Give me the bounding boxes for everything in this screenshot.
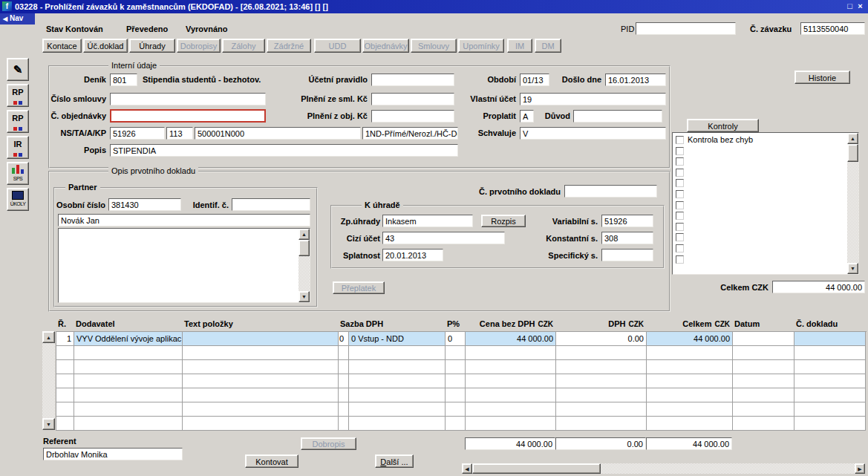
ns-field-1[interactable]: 51926 <box>110 127 165 140</box>
scroll-right-icon[interactable]: ▶ <box>855 463 865 474</box>
table-cell-empty[interactable] <box>74 360 183 374</box>
tab-dobropisy[interactable]: Dobropisy <box>177 39 221 53</box>
table-cell-empty[interactable] <box>794 417 866 431</box>
plneni-sml-field[interactable] <box>371 93 454 105</box>
table-cell-empty[interactable] <box>733 402 794 417</box>
table-cell-empty[interactable] <box>647 374 733 388</box>
preplatek-button[interactable]: Přeplatek <box>333 281 385 294</box>
table-cell-empty[interactable] <box>446 360 466 374</box>
table-cell-empty[interactable] <box>733 417 794 431</box>
cizi-ucet-field[interactable]: 43 <box>382 232 505 244</box>
table-cell-empty[interactable] <box>794 360 866 374</box>
table-row-empty[interactable] <box>56 346 867 360</box>
cell-sazba-a[interactable]: 0 <box>339 332 349 346</box>
cell-datum[interactable] <box>733 332 794 346</box>
table-cell-empty[interactable] <box>733 388 794 402</box>
cell-p[interactable]: 0 <box>446 332 466 346</box>
doslo-dne-field[interactable]: 16.01.2013 <box>605 74 666 86</box>
table-cell-empty[interactable] <box>794 346 866 360</box>
tab-zadrzne[interactable]: Zádržné <box>267 39 311 53</box>
tab-udd[interactable]: UDD <box>314 39 361 53</box>
table-cell-empty[interactable] <box>349 360 446 374</box>
referent-field[interactable]: Drbohlav Monika <box>43 448 183 460</box>
table-cell-empty[interactable] <box>556 374 647 388</box>
table-cell-empty[interactable] <box>647 388 733 402</box>
table-row-empty[interactable] <box>56 402 867 417</box>
table-cell-empty[interactable] <box>74 346 183 360</box>
sidebar-ukoly-button[interactable]: ÚKOLY <box>7 188 29 211</box>
vlastni-ucet-field[interactable]: 19 <box>520 93 666 105</box>
table-cell-empty[interactable] <box>794 388 866 402</box>
table-cell-empty[interactable] <box>74 388 183 402</box>
table-cell-empty[interactable] <box>466 360 556 374</box>
nav-strip[interactable]: ◀ Nav <box>0 13 35 25</box>
table-cell-empty[interactable] <box>349 402 446 417</box>
horizontal-scrollbar[interactable]: ◀ ▶ <box>462 463 865 474</box>
table-row-empty[interactable] <box>56 388 867 402</box>
cell-celkem[interactable]: 44 000.00 <box>647 332 733 346</box>
cislo-smlouvy-field[interactable] <box>110 93 266 105</box>
table-cell-empty[interactable] <box>647 417 733 431</box>
celkem-field[interactable]: 44 000.00 <box>772 281 865 293</box>
table-cell-empty[interactable] <box>466 374 556 388</box>
table-cell-empty[interactable] <box>466 388 556 402</box>
close-window-button[interactable]: × <box>855 2 865 11</box>
table-row-empty[interactable] <box>56 417 867 431</box>
sidebar-rp2-button[interactable]: RP <box>7 110 29 133</box>
cell-r[interactable]: 1 <box>56 332 74 346</box>
kontroly-checkbox[interactable] <box>676 201 684 209</box>
table-cell-empty[interactable] <box>446 346 466 360</box>
kontroly-scrollbar[interactable]: ▲ ▼ <box>847 133 858 274</box>
kontroly-checkbox[interactable] <box>676 147 684 155</box>
table-cell-empty[interactable] <box>446 417 466 431</box>
table-cell-empty[interactable] <box>56 402 74 417</box>
table-cell-empty[interactable] <box>349 388 446 402</box>
proplatit-field[interactable]: A <box>520 110 534 123</box>
tab-smlouvy[interactable]: Smlouvy <box>411 39 457 53</box>
table-cell-empty[interactable] <box>56 417 74 431</box>
cell-dph[interactable]: 0.00 <box>556 332 647 346</box>
schvaluje-field[interactable]: V <box>520 127 666 140</box>
obdobi-field[interactable]: 01/13 <box>520 74 549 86</box>
table-cell-empty[interactable] <box>183 346 339 360</box>
table-cell-empty[interactable] <box>74 374 183 388</box>
table-cell-empty[interactable] <box>56 360 74 374</box>
splatnost-field[interactable]: 20.01.2013 <box>382 249 443 261</box>
cell-doklad[interactable] <box>794 332 866 346</box>
table-cell-empty[interactable] <box>647 346 733 360</box>
record-scroll-up-icon[interactable]: ▲ <box>42 331 55 343</box>
kontroly-checkbox[interactable] <box>676 190 684 198</box>
table-cell-empty[interactable] <box>74 417 183 431</box>
kontroly-button[interactable]: Kontroly <box>687 119 759 132</box>
prvotni-doklad-field[interactable] <box>564 185 657 198</box>
table-cell-empty[interactable] <box>339 402 349 417</box>
scroll-thumb[interactable] <box>298 240 310 256</box>
restore-window-button[interactable]: □ <box>845 2 855 11</box>
table-cell-empty[interactable] <box>466 346 556 360</box>
duvod-field[interactable] <box>573 110 662 123</box>
scroll-thumb[interactable] <box>847 144 858 162</box>
zavazek-field[interactable]: 5113550040 <box>800 22 865 35</box>
table-cell-empty[interactable] <box>466 417 556 431</box>
table-cell-empty[interactable] <box>647 360 733 374</box>
table-cell-empty[interactable] <box>339 346 349 360</box>
table-cell-empty[interactable] <box>339 388 349 402</box>
ns-field-4[interactable]: 1ND-Přímé/Nerozl./HČ-Dot <box>362 127 458 140</box>
tab-dm[interactable]: DM <box>535 39 561 53</box>
kontroly-checkbox[interactable] <box>676 179 684 187</box>
table-cell-empty[interactable] <box>56 346 74 360</box>
table-cell-empty[interactable] <box>339 374 349 388</box>
konstantni-field[interactable]: 308 <box>601 232 653 244</box>
denik-field[interactable]: 801 <box>110 74 137 86</box>
kontroly-checkbox[interactable] <box>676 136 684 144</box>
popis-field[interactable]: STIPENDIA <box>110 144 458 157</box>
tab-kontace[interactable]: Kontace <box>42 39 82 53</box>
table-cell-empty[interactable] <box>733 374 794 388</box>
pid-field[interactable] <box>636 22 736 35</box>
sidebar-rp1-button[interactable]: RP <box>7 84 29 107</box>
table-cell-empty[interactable] <box>794 402 866 417</box>
plneni-obj-field[interactable] <box>371 110 454 123</box>
table-cell-empty[interactable] <box>183 374 339 388</box>
kontroly-listbox[interactable]: Kontrola bez chyb ▲ ▼ <box>672 132 859 275</box>
specificky-field[interactable] <box>601 249 653 261</box>
